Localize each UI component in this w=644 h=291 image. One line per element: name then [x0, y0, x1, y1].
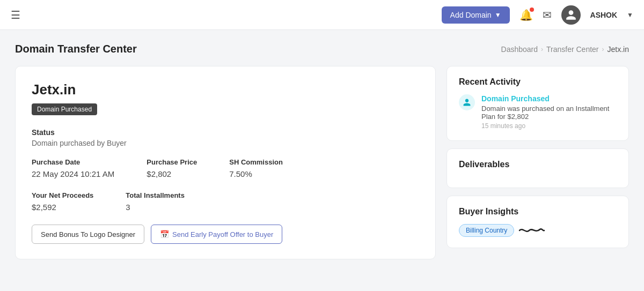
domain-name: Jetx.in — [32, 81, 419, 98]
status-section: Status Domain purchased by Buyer — [32, 128, 419, 147]
add-domain-button[interactable]: Add Domain ▼ — [442, 6, 510, 24]
status-value: Domain purchased by Buyer — [32, 139, 419, 147]
breadcrumb-dashboard[interactable]: Dashboard — [501, 45, 538, 54]
chevron-down-icon: ▼ — [495, 11, 501, 19]
content-grid: Jetx.in Domain Purchased Status Domain p… — [15, 66, 629, 259]
activity-time: 15 minutes ago — [481, 122, 617, 130]
purchase-date-item: Purchase Date 22 May 2024 10:21 AM — [32, 158, 114, 178]
deliverables-card: Deliverables — [447, 148, 629, 188]
breadcrumb-transfer-center[interactable]: Transfer Center — [546, 45, 599, 54]
net-proceeds-label: Your Net Proceeds — [32, 191, 93, 199]
sh-commission-item: SH Commission 7.50% — [229, 158, 283, 178]
send-payoff-button[interactable]: 📅 Send Early Payoff Offer to Buyer — [151, 225, 282, 244]
flag-image-placeholder — [518, 224, 545, 237]
avatar — [561, 5, 581, 25]
breadcrumb: Dashboard › Transfer Center › Jetx.in — [501, 45, 629, 54]
right-column: Recent Activity Domain Purchased Domain … — [447, 66, 629, 248]
stats-row-1: Purchase Date 22 May 2024 10:21 AM Purch… — [32, 158, 419, 178]
top-navigation: ☰ Add Domain ▼ 🔔 ✉ ASHOK ▼ — [0, 0, 644, 30]
total-installments-value: 3 — [126, 203, 185, 212]
net-proceeds-value: $2,592 — [32, 203, 93, 212]
purchase-price-item: Purchase Price $2,802 — [147, 158, 197, 178]
breadcrumb-sep-2: › — [602, 46, 604, 53]
activity-avatar — [459, 94, 475, 110]
recent-activity-card: Recent Activity Domain Purchased Domain … — [447, 66, 629, 141]
user-chevron-icon[interactable]: ▼ — [627, 11, 633, 19]
insights-tags: Billing Country — [459, 224, 617, 237]
billing-country-tag[interactable]: Billing Country — [459, 224, 514, 237]
page-title: Domain Transfer Center — [15, 43, 137, 55]
purchase-date-label: Purchase Date — [32, 158, 114, 166]
stats-row-2: Your Net Proceeds $2,592 Total Installme… — [32, 191, 419, 212]
purchase-price-label: Purchase Price — [147, 158, 197, 166]
action-buttons: Send Bonus To Logo Designer 📅 Send Early… — [32, 225, 419, 244]
status-badge: Domain Purchased — [32, 103, 97, 115]
purchase-date-date: 22 May 2024 — [32, 169, 78, 178]
activity-item: Domain Purchased Domain was purchased on… — [459, 94, 617, 130]
total-installments-item: Total Installments 3 — [126, 191, 185, 212]
sh-commission-label: SH Commission — [229, 158, 283, 166]
buyer-insights-card: Buyer Insights Billing Country — [447, 196, 629, 248]
mail-icon[interactable]: ✉ — [543, 9, 552, 21]
add-domain-label: Add Domain — [450, 11, 492, 19]
purchase-date-value: 22 May 2024 10:21 AM — [32, 169, 114, 178]
recent-activity-title: Recent Activity — [459, 77, 617, 87]
main-content: Domain Transfer Center Dashboard › Trans… — [0, 30, 644, 272]
breadcrumb-current: Jetx.in — [608, 45, 629, 54]
sh-commission-value: 7.50% — [229, 169, 283, 178]
hamburger-menu-icon[interactable]: ☰ — [11, 9, 20, 21]
buyer-insights-title: Buyer Insights — [459, 207, 617, 217]
notification-dot — [530, 8, 534, 12]
calendar-icon: 📅 — [160, 230, 169, 238]
activity-title: Domain Purchased — [481, 94, 617, 103]
send-payoff-label: Send Early Payoff Offer to Buyer — [172, 230, 273, 238]
activity-description: Domain was purchased on an Installment P… — [481, 105, 617, 121]
user-name: ASHOK — [590, 11, 618, 19]
activity-content: Domain Purchased Domain was purchased on… — [481, 94, 617, 130]
notification-icon[interactable]: 🔔 — [519, 9, 533, 21]
deliverables-title: Deliverables — [459, 160, 617, 169]
total-installments-label: Total Installments — [126, 191, 185, 199]
send-bonus-button[interactable]: Send Bonus To Logo Designer — [32, 225, 144, 244]
domain-card: Jetx.in Domain Purchased Status Domain p… — [15, 66, 436, 259]
status-label: Status — [32, 128, 419, 137]
page-header: Domain Transfer Center Dashboard › Trans… — [15, 43, 629, 55]
purchase-date-time: 10:21 AM — [80, 169, 114, 178]
purchase-price-value: $2,802 — [147, 169, 197, 178]
net-proceeds-item: Your Net Proceeds $2,592 — [32, 191, 93, 212]
breadcrumb-sep-1: › — [541, 46, 543, 53]
